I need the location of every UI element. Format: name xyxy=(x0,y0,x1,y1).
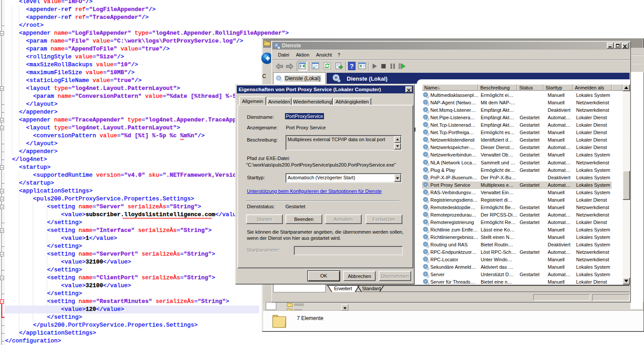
svg-text:?: ? xyxy=(350,63,354,70)
